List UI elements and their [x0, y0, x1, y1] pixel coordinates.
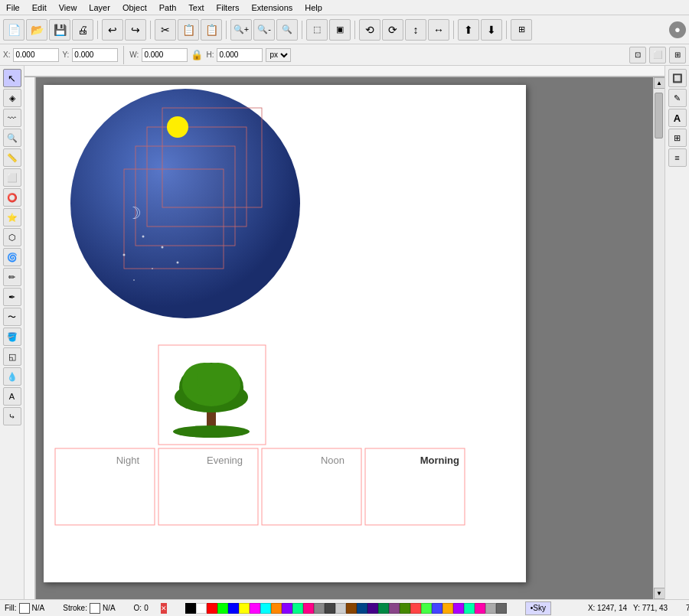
palette-color[interactable]: [378, 603, 389, 614]
palette-color[interactable]: [292, 603, 303, 614]
palette-color[interactable]: [217, 603, 228, 614]
eyedropper-tool[interactable]: 💧: [3, 367, 21, 386]
grid-button[interactable]: ⊞: [511, 19, 532, 41]
artwork-svg[interactable]: ☽: [44, 85, 526, 582]
snap-nodes-button[interactable]: ⊡: [629, 47, 646, 64]
palette-color[interactable]: [260, 603, 271, 614]
undo-button[interactable]: ↩: [102, 19, 123, 41]
new-button[interactable]: 📄: [3, 19, 24, 41]
grid-view-button[interactable]: ⊞: [668, 129, 687, 147]
close-fill-button[interactable]: ✕: [161, 603, 167, 614]
bucket-tool[interactable]: 🪣: [3, 328, 21, 346]
text-button[interactable]: A: [668, 109, 687, 127]
layers-button[interactable]: ≡: [668, 148, 687, 167]
palette-color[interactable]: [367, 603, 378, 614]
pen-tool[interactable]: ✒: [3, 288, 21, 306]
viewport[interactable]: ☽: [36, 77, 653, 599]
x-input[interactable]: [13, 48, 59, 62]
calligraphy-tool[interactable]: 〜: [3, 308, 21, 326]
cut-button[interactable]: ✂: [155, 19, 176, 41]
zoom-fit-button[interactable]: 🔍: [276, 19, 298, 41]
open-button[interactable]: 📂: [26, 19, 47, 41]
palette-color[interactable]: [432, 603, 442, 614]
palette-color[interactable]: [464, 603, 475, 614]
menu-extensions[interactable]: Extensions: [245, 2, 299, 14]
zoom-out-button[interactable]: 🔍-: [253, 19, 275, 41]
menu-view[interactable]: View: [53, 2, 83, 14]
unit-select[interactable]: px: [266, 48, 291, 62]
transform-button[interactable]: ⬚: [306, 19, 328, 41]
palette-color[interactable]: [271, 603, 282, 614]
palette-color[interactable]: [196, 603, 207, 614]
palette-color[interactable]: [207, 603, 217, 614]
fill-swatch[interactable]: [19, 603, 30, 614]
menu-layer[interactable]: Layer: [83, 2, 116, 14]
palette-color[interactable]: [357, 603, 367, 614]
stroke-swatch[interactable]: [90, 603, 100, 614]
node-tool[interactable]: ◈: [3, 89, 21, 107]
palette-color[interactable]: [239, 603, 250, 614]
palette-color[interactable]: [250, 603, 260, 614]
scroll-track[interactable]: [654, 89, 665, 588]
snap-grid-button[interactable]: ⊞: [669, 47, 686, 64]
object-properties-button[interactable]: ✎: [668, 89, 687, 107]
palette-color[interactable]: [335, 603, 346, 614]
menu-text[interactable]: Text: [182, 2, 210, 14]
palette-color[interactable]: [314, 603, 325, 614]
print-button[interactable]: 🖨: [72, 19, 93, 41]
menu-help[interactable]: Help: [299, 2, 328, 14]
palette-color[interactable]: [228, 603, 239, 614]
palette-color[interactable]: [485, 603, 496, 614]
ellipse-tool[interactable]: ⭕: [3, 188, 21, 207]
copy-button[interactable]: 📋: [178, 19, 199, 41]
rotate-cw-button[interactable]: ⟳: [382, 19, 403, 41]
palette-color[interactable]: [303, 603, 314, 614]
save-button[interactable]: 💾: [49, 19, 70, 41]
lower-button[interactable]: ⬇: [481, 19, 502, 41]
scroll-down-button[interactable]: ▼: [654, 588, 665, 599]
palette-color[interactable]: [185, 603, 196, 614]
palette-color[interactable]: [442, 603, 453, 614]
pencil-tool[interactable]: ✏: [3, 268, 21, 286]
menu-object[interactable]: Object: [116, 2, 153, 14]
layer-selector[interactable]: •Sky: [525, 601, 551, 615]
palette-color[interactable]: [421, 603, 432, 614]
raise-button[interactable]: ⬆: [458, 19, 479, 41]
menu-file[interactable]: File: [0, 2, 26, 14]
connector-tool[interactable]: ⤷: [3, 407, 21, 425]
measure-tool[interactable]: 📏: [3, 148, 21, 167]
rect-tool[interactable]: ⬜: [3, 168, 21, 187]
scroll-up-button[interactable]: ▲: [654, 77, 665, 89]
paste-button[interactable]: 📋: [201, 19, 222, 41]
w-input[interactable]: [142, 48, 188, 62]
redo-button[interactable]: ↪: [125, 19, 146, 41]
zoom-tool[interactable]: 🔍: [3, 129, 21, 147]
3d-box-tool[interactable]: ⬡: [3, 228, 21, 246]
menu-path[interactable]: Path: [153, 2, 183, 14]
flip-v-button[interactable]: ↕: [405, 19, 426, 41]
menu-edit[interactable]: Edit: [26, 2, 53, 14]
text-tool[interactable]: A: [3, 387, 21, 406]
xml-editor-button[interactable]: 🔲: [668, 69, 687, 87]
zoom-in-button[interactable]: 🔍+: [230, 19, 252, 41]
palette-color[interactable]: [453, 603, 464, 614]
h-input[interactable]: [217, 48, 263, 62]
lock-icon[interactable]: 🔒: [191, 49, 203, 60]
menu-filters[interactable]: Filters: [211, 2, 246, 14]
flip-h-button[interactable]: ↔: [428, 19, 449, 41]
palette-color[interactable]: [475, 603, 485, 614]
palette-color[interactable]: [346, 603, 357, 614]
rotate-ccw-button[interactable]: ⟲: [359, 19, 380, 41]
vertical-scrollbar[interactable]: ▲ ▼: [653, 77, 665, 599]
palette-color[interactable]: [325, 603, 335, 614]
align-button[interactable]: ▣: [329, 19, 351, 41]
gradient-tool[interactable]: ◱: [3, 347, 21, 366]
select-tool[interactable]: ↖: [3, 69, 21, 87]
palette-color[interactable]: [410, 603, 421, 614]
palette-color[interactable]: [389, 603, 400, 614]
scroll-thumb[interactable]: [655, 93, 663, 139]
star-tool[interactable]: ⭐: [3, 208, 21, 227]
palette-color[interactable]: [400, 603, 410, 614]
y-input[interactable]: [72, 48, 118, 62]
snap-bbox-button[interactable]: ⬜: [649, 47, 666, 64]
